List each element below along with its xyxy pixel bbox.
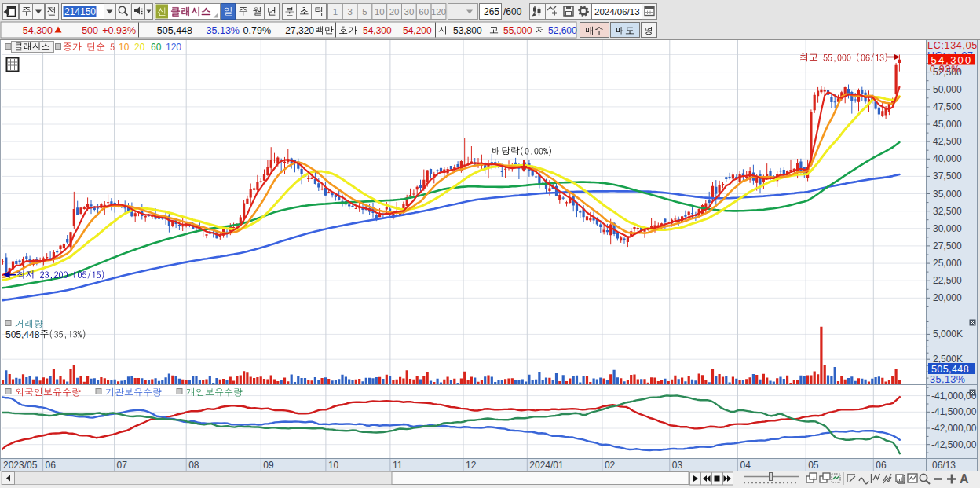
svg-text:2024/01: 2024/01 bbox=[529, 460, 564, 471]
svg-text:04: 04 bbox=[740, 460, 751, 471]
svg-text:505,448: 505,448 bbox=[931, 364, 969, 375]
svg-text:505,448: 505,448 bbox=[5, 329, 40, 340]
svg-text:10: 10 bbox=[375, 7, 385, 17]
svg-text:60: 60 bbox=[419, 7, 429, 17]
svg-text:12: 12 bbox=[466, 460, 477, 471]
svg-text:120: 120 bbox=[166, 42, 181, 53]
svg-text:11: 11 bbox=[393, 460, 403, 471]
svg-text:07: 07 bbox=[117, 460, 128, 471]
svg-text:5: 5 bbox=[362, 7, 367, 17]
svg-text:30: 30 bbox=[404, 7, 415, 17]
svg-text:40,000: 40,000 bbox=[933, 153, 962, 164]
svg-text:06: 06 bbox=[46, 460, 57, 471]
svg-text:500: 500 bbox=[82, 25, 98, 36]
svg-text:2023/05: 2023/05 bbox=[3, 460, 38, 471]
svg-text:-42,000,00: -42,000,00 bbox=[931, 423, 977, 434]
svg-text:-41,500,00: -41,500,00 bbox=[931, 406, 977, 417]
svg-text:505,448: 505,448 bbox=[157, 25, 192, 36]
svg-text:06/13: 06/13 bbox=[932, 460, 956, 471]
svg-text:06: 06 bbox=[876, 460, 887, 471]
svg-text:55,000: 55,000 bbox=[503, 25, 532, 36]
svg-text:54,200: 54,200 bbox=[403, 25, 432, 36]
svg-text:214150: 214150 bbox=[64, 6, 96, 17]
svg-text:265: 265 bbox=[484, 6, 499, 17]
svg-text:02: 02 bbox=[605, 460, 616, 471]
svg-text:0.79%: 0.79% bbox=[243, 25, 271, 36]
svg-text:54,300: 54,300 bbox=[363, 25, 392, 36]
svg-text:LC:134,05: LC:134,05 bbox=[927, 40, 978, 51]
svg-text:22,500: 22,500 bbox=[933, 275, 962, 286]
svg-text:27,320: 27,320 bbox=[285, 25, 314, 36]
svg-text:10: 10 bbox=[328, 460, 339, 471]
svg-text:120: 120 bbox=[431, 7, 446, 17]
svg-text:05: 05 bbox=[808, 460, 819, 471]
svg-text:/600: /600 bbox=[503, 6, 522, 17]
svg-text:+0.93%: +0.93% bbox=[102, 25, 136, 36]
svg-text:30,000: 30,000 bbox=[933, 223, 962, 234]
svg-text:10: 10 bbox=[119, 42, 130, 53]
svg-text:-42,500,00: -42,500,00 bbox=[931, 439, 977, 450]
svg-text:27,500: 27,500 bbox=[933, 240, 962, 251]
svg-text:35,13%: 35,13% bbox=[930, 374, 965, 385]
svg-text:2024/06/13: 2024/06/13 bbox=[594, 7, 640, 17]
svg-text:35,000: 35,000 bbox=[933, 189, 962, 200]
svg-text:1: 1 bbox=[333, 7, 338, 17]
svg-text:50,000: 50,000 bbox=[933, 84, 962, 95]
svg-text:45,000: 45,000 bbox=[933, 119, 962, 130]
svg-text:35.13%: 35.13% bbox=[207, 25, 240, 36]
svg-text:5,000K: 5,000K bbox=[933, 328, 963, 339]
svg-text:53,800: 53,800 bbox=[453, 25, 482, 36]
svg-text:52,600: 52,600 bbox=[548, 25, 577, 36]
svg-text:32,500: 32,500 bbox=[933, 206, 962, 217]
svg-text:3: 3 bbox=[347, 7, 352, 17]
svg-text:47,500: 47,500 bbox=[933, 101, 962, 112]
svg-text:20,000: 20,000 bbox=[933, 292, 962, 303]
svg-text:20: 20 bbox=[134, 42, 145, 53]
svg-text:60: 60 bbox=[151, 42, 162, 53]
svg-text:42,500: 42,500 bbox=[933, 136, 962, 147]
svg-text:08: 08 bbox=[188, 460, 199, 471]
svg-text:54,300: 54,300 bbox=[23, 25, 53, 36]
svg-text:A: A bbox=[960, 472, 969, 486]
svg-text:09: 09 bbox=[263, 460, 274, 471]
svg-text:20: 20 bbox=[389, 7, 400, 17]
svg-text:03: 03 bbox=[672, 460, 683, 471]
svg-text:37,500: 37,500 bbox=[933, 171, 962, 182]
svg-text:0,93%: 0,93% bbox=[930, 64, 960, 75]
svg-text:25,000: 25,000 bbox=[933, 258, 962, 269]
